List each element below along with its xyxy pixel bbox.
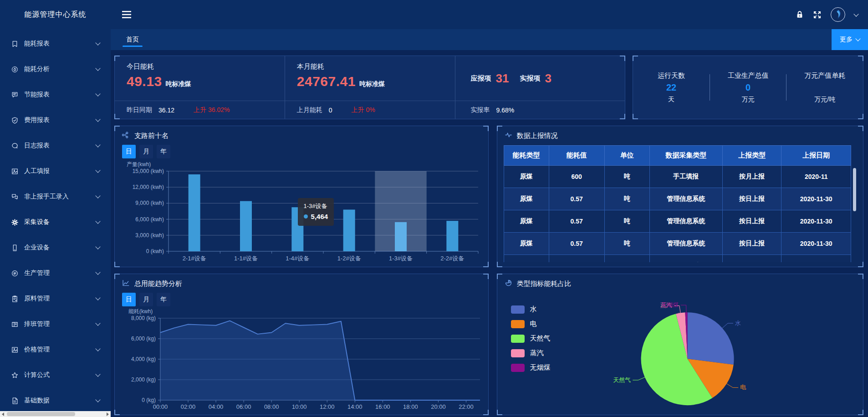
period-tab-年[interactable]: 年 — [157, 145, 170, 158]
table-body: 原煤600吨手工填报按月上报2020-11 原煤0.57吨管理信息系统按日上报2… — [504, 166, 851, 263]
legend-item-水[interactable]: 水 — [511, 305, 551, 314]
legend-item-天然气[interactable]: 天然气 — [511, 334, 551, 343]
sidebar-item-计算公式[interactable]: 计算公式 — [0, 362, 111, 388]
chevron-down-icon — [95, 371, 100, 376]
svg-text:6,000 (kwh): 6,000 (kwh) — [135, 216, 164, 223]
sidebar-item-费用报表[interactable]: 费用报表 — [0, 107, 111, 133]
user-menu-chevron-icon[interactable] — [853, 11, 858, 16]
pie-chart[interactable]: 水 电 天然气 蒸汽 无烟煤 水电天然气蒸汽无烟煤 — [497, 290, 863, 415]
svg-text:16:00: 16:00 — [375, 403, 390, 410]
table-row[interactable]: 原煤0.57吨管理信息系统按日上报2020-11-30 — [504, 233, 851, 255]
svg-text:9,000 (kwh): 9,000 (kwh) — [135, 200, 164, 206]
table-scrollbar-thumb[interactable] — [853, 168, 856, 211]
svg-text:20:00: 20:00 — [431, 403, 446, 410]
corner-accent — [858, 262, 863, 267]
panel-title: 支路前十名 — [115, 126, 488, 142]
sidebar-item-人工填报[interactable]: 人工填报 — [0, 158, 111, 184]
energy-trend-panel: 总用能趋势分析 日月年 能耗(kwh)0 (kg)2,000 (kg)4,000… — [114, 274, 489, 415]
table-row[interactable]: 原煤0.57吨管理信息系统按日上报2020-11-30 — [504, 188, 851, 210]
sidebar-item-非上报手工录入[interactable]: 非上报手工录入 — [0, 184, 111, 209]
bookmark-icon — [11, 40, 19, 48]
lock-icon[interactable] — [796, 10, 804, 19]
sidebar-item-价格管理[interactable]: 价格管理 — [0, 337, 111, 362]
legend-item-电[interactable]: 电 — [511, 320, 551, 328]
sidebar-item-基础数据[interactable]: 基础数据 — [0, 388, 111, 413]
table-cell: 2020-11-30 — [781, 188, 851, 210]
svg-text:产量(kwh): 产量(kwh) — [127, 161, 151, 168]
tab-home[interactable]: 首页 — [121, 29, 144, 50]
bookmark-icon — [10, 39, 19, 48]
period-tab-日[interactable]: 日 — [122, 145, 136, 158]
corner-accent — [858, 56, 863, 61]
sidebar-menu: 能耗报表 能耗分析 节能报表 费用报表 日志报表 人工填报 — [0, 29, 111, 413]
analysis-drop-icon — [10, 65, 19, 74]
period-tab-年[interactable]: 年 — [157, 293, 170, 306]
table-cell: 吨 — [604, 233, 649, 255]
avatar[interactable] — [831, 7, 845, 22]
legend-item-蒸汽[interactable]: 蒸汽 — [511, 349, 551, 357]
period-tab-group: 日月年 — [115, 142, 488, 159]
sidebar-item-能耗报表[interactable]: 能耗报表 — [0, 31, 111, 56]
fullscreen-icon[interactable] — [813, 10, 822, 19]
line-chart[interactable]: 能耗(kwh)0 (kg)2,000 (kg)4,000 (kg)6,000 (… — [115, 307, 488, 415]
top-header — [111, 0, 868, 29]
menu-toggle-button[interactable] — [122, 10, 133, 19]
table-row[interactable]: 原煤0.57吨管理信息系统按日上报2020-11-30 — [504, 255, 851, 263]
kpi-sub-value: 36.12 — [158, 107, 174, 114]
table-header-row: 能耗类型能耗值单位数据采集类型上报类型上报日期 — [504, 146, 851, 166]
svg-text:水: 水 — [735, 320, 741, 326]
sidebar-item-排班管理[interactable]: 排班管理 — [0, 311, 111, 337]
charts-grid: 支路前十名 日月年 产量(kwh)0 (kwh)3,000 (kwh)6,000… — [114, 126, 863, 415]
legend-item-无烟煤[interactable]: 无烟煤 — [511, 363, 551, 372]
panel-title: 类型指标能耗占比 — [497, 274, 863, 290]
kpi-sub-label: 昨日同期 — [127, 106, 152, 114]
sidebar-item-日志报表[interactable]: 日志报表 — [0, 133, 111, 158]
legend-swatch — [511, 364, 525, 372]
hamburger-icon — [122, 10, 133, 19]
table-cell: 按日上报 — [722, 233, 781, 255]
scroll-left-arrow-icon[interactable] — [0, 411, 6, 417]
table-cell: 吨 — [604, 188, 649, 210]
circle-list-icon — [10, 269, 19, 278]
top-branches-panel: 支路前十名 日月年 产量(kwh)0 (kwh)3,000 (kwh)6,000… — [114, 126, 489, 267]
svg-text:14:00: 14:00 — [347, 403, 363, 410]
svg-text:12,000 (kwh): 12,000 (kwh) — [133, 184, 164, 190]
kpi-value: 31 — [496, 71, 509, 86]
table-cell: 2020-11-30 — [781, 210, 851, 233]
bar-chart[interactable]: 产量(kwh)0 (kwh)3,000 (kwh)6,000 (kwh)9,00… — [115, 159, 488, 267]
period-tab-日[interactable]: 日 — [122, 293, 136, 306]
svg-text:4,000 (kg): 4,000 (kg) — [131, 356, 156, 362]
more-button[interactable]: 更多 — [832, 29, 868, 50]
period-tab-月[interactable]: 月 — [139, 145, 153, 158]
sidebar-item-节能报表[interactable]: 节能报表 — [0, 82, 111, 107]
table-header-cell: 数据采集类型 — [649, 146, 722, 166]
chevron-down-icon — [95, 397, 100, 402]
svg-text:1-1#设备: 1-1#设备 — [234, 255, 258, 262]
sidebar-item-企业设备[interactable]: 企业设备 — [0, 235, 111, 260]
double-chat-icon — [10, 192, 19, 201]
pie-slice-水[interactable] — [687, 312, 734, 365]
scroll-right-arrow-icon[interactable] — [105, 411, 111, 417]
data-report-panel: 数据上报情况 能耗类型能耗值单位数据采集类型上报类型上报日期 原煤600吨手工填… — [497, 126, 863, 267]
analysis-drop-icon — [11, 66, 19, 73]
sidebar-item-生产管理[interactable]: 生产管理 — [0, 260, 111, 286]
table-cell: 原煤 — [504, 166, 549, 188]
chat-bubble-icon — [11, 142, 19, 150]
scrollbar-thumb[interactable] — [7, 412, 75, 416]
svg-text:12:00: 12:00 — [320, 403, 335, 410]
message-icon — [11, 91, 19, 99]
kpi-sub-label: 实报率 — [471, 106, 490, 114]
sidebar-item-原料管理[interactable]: 原料管理 — [0, 286, 111, 311]
table-cell: 0.57 — [549, 255, 604, 263]
table-header-cell: 能耗值 — [549, 146, 604, 166]
table-row[interactable]: 原煤0.57吨管理信息系统按日上报2020-11-30 — [504, 210, 851, 233]
sidebar-item-采集设备[interactable]: 采集设备 — [0, 209, 111, 235]
svg-text:能耗(kwh): 能耗(kwh) — [128, 308, 153, 315]
table-row[interactable]: 原煤600吨手工填报按月上报2020-11 — [504, 166, 851, 188]
svg-text:电: 电 — [740, 384, 746, 391]
period-tab-月[interactable]: 月 — [139, 293, 153, 306]
sidebar-horizontal-scrollbar[interactable] — [0, 411, 111, 417]
sidebar-item-能耗分析[interactable]: 能耗分析 — [0, 56, 111, 82]
svg-text:0 (kg): 0 (kg) — [142, 397, 156, 403]
shield-check-icon — [10, 116, 19, 125]
